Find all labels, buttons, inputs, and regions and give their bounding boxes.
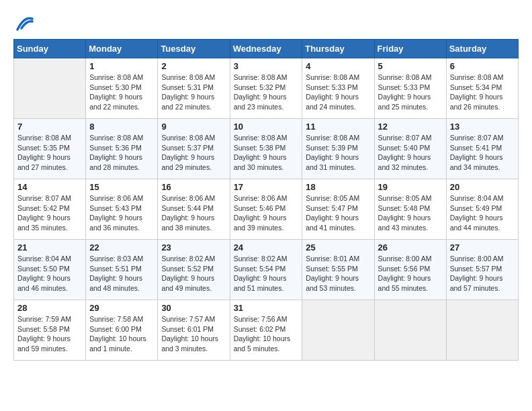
day-number: 31 bbox=[234, 303, 299, 313]
sunrise-label: Sunrise: 8:05 AM bbox=[378, 194, 432, 202]
day-info: Sunrise: 8:06 AM Sunset: 5:44 PM Dayligh… bbox=[161, 193, 226, 233]
sunset-label: Sunset: 5:40 PM bbox=[378, 144, 431, 152]
day-info: Sunrise: 8:00 AM Sunset: 5:56 PM Dayligh… bbox=[378, 254, 443, 293]
column-header-monday: Monday bbox=[86, 40, 158, 58]
daylight-label: Daylight: 9 hours and 23 minutes. bbox=[234, 93, 287, 111]
calendar-cell: 22 Sunrise: 8:03 AM Sunset: 5:51 PM Dayl… bbox=[86, 240, 158, 300]
daylight-label: Daylight: 9 hours and 22 minutes. bbox=[161, 93, 214, 111]
sunset-label: Sunset: 5:58 PM bbox=[17, 325, 70, 333]
sunset-label: Sunset: 5:50 PM bbox=[17, 265, 70, 273]
sunset-label: Sunset: 5:55 PM bbox=[306, 265, 358, 273]
calendar-cell: 5 Sunrise: 8:08 AM Sunset: 5:33 PM Dayli… bbox=[374, 58, 446, 119]
calendar-cell: 2 Sunrise: 8:08 AM Sunset: 5:31 PM Dayli… bbox=[158, 58, 230, 119]
day-number: 19 bbox=[378, 182, 443, 192]
day-info: Sunrise: 8:08 AM Sunset: 5:31 PM Dayligh… bbox=[161, 73, 226, 112]
daylight-label: Daylight: 9 hours and 41 minutes. bbox=[306, 214, 359, 232]
calendar-cell: 15 Sunrise: 8:06 AM Sunset: 5:43 PM Dayl… bbox=[86, 179, 158, 240]
day-number: 28 bbox=[17, 303, 82, 313]
daylight-label: Daylight: 9 hours and 49 minutes. bbox=[161, 274, 214, 292]
day-info: Sunrise: 8:08 AM Sunset: 5:39 PM Dayligh… bbox=[306, 133, 370, 173]
calendar-week-2: 7 Sunrise: 8:08 AM Sunset: 5:35 PM Dayli… bbox=[14, 119, 519, 179]
day-number: 3 bbox=[234, 61, 299, 71]
daylight-label: Daylight: 10 hours and 1 minute. bbox=[89, 334, 146, 353]
sunrise-label: Sunrise: 8:03 AM bbox=[89, 255, 143, 263]
day-info: Sunrise: 7:57 AM Sunset: 6:01 PM Dayligh… bbox=[161, 314, 226, 354]
day-info: Sunrise: 8:08 AM Sunset: 5:34 PM Dayligh… bbox=[450, 73, 515, 112]
daylight-label: Daylight: 9 hours and 22 minutes. bbox=[89, 93, 142, 111]
calendar-cell: 27 Sunrise: 8:00 AM Sunset: 5:57 PM Dayl… bbox=[446, 240, 518, 300]
day-number: 27 bbox=[450, 242, 515, 253]
sunset-label: Sunset: 5:34 PM bbox=[450, 83, 502, 91]
sunset-label: Sunset: 5:37 PM bbox=[161, 144, 214, 152]
day-info: Sunrise: 8:07 AM Sunset: 5:40 PM Dayligh… bbox=[378, 133, 443, 173]
day-info: Sunrise: 8:04 AM Sunset: 5:49 PM Dayligh… bbox=[450, 193, 515, 233]
day-info: Sunrise: 8:08 AM Sunset: 5:35 PM Dayligh… bbox=[17, 133, 82, 173]
day-info: Sunrise: 8:02 AM Sunset: 5:54 PM Dayligh… bbox=[234, 254, 299, 293]
sunset-label: Sunset: 5:43 PM bbox=[89, 204, 142, 212]
day-number: 16 bbox=[161, 182, 226, 192]
calendar-cell: 10 Sunrise: 8:08 AM Sunset: 5:38 PM Dayl… bbox=[230, 119, 302, 179]
daylight-label: Daylight: 9 hours and 53 minutes. bbox=[306, 274, 359, 292]
sunrise-label: Sunrise: 8:04 AM bbox=[450, 194, 504, 202]
calendar-week-3: 14 Sunrise: 8:07 AM Sunset: 5:42 PM Dayl… bbox=[14, 179, 519, 240]
sunset-label: Sunset: 5:46 PM bbox=[234, 204, 286, 212]
calendar-week-1: 1 Sunrise: 8:08 AM Sunset: 5:30 PM Dayli… bbox=[14, 58, 519, 119]
sunset-label: Sunset: 5:35 PM bbox=[17, 144, 70, 152]
daylight-label: Daylight: 9 hours and 43 minutes. bbox=[378, 214, 431, 232]
daylight-label: Daylight: 9 hours and 59 minutes. bbox=[17, 334, 71, 353]
calendar-cell bbox=[14, 58, 86, 119]
calendar-cell: 14 Sunrise: 8:07 AM Sunset: 5:42 PM Dayl… bbox=[14, 179, 86, 240]
sunset-label: Sunset: 5:41 PM bbox=[450, 144, 502, 152]
sunrise-label: Sunrise: 8:04 AM bbox=[17, 255, 71, 263]
day-info: Sunrise: 8:08 AM Sunset: 5:30 PM Dayligh… bbox=[89, 73, 154, 112]
calendar-cell: 28 Sunrise: 7:59 AM Sunset: 5:58 PM Dayl… bbox=[14, 300, 86, 361]
daylight-label: Daylight: 9 hours and 46 minutes. bbox=[17, 274, 71, 292]
logo bbox=[13, 13, 34, 32]
calendar-cell: 13 Sunrise: 8:07 AM Sunset: 5:41 PM Dayl… bbox=[446, 119, 518, 179]
day-number: 4 bbox=[306, 61, 370, 71]
calendar-week-4: 21 Sunrise: 8:04 AM Sunset: 5:50 PM Dayl… bbox=[14, 240, 519, 300]
daylight-label: Daylight: 9 hours and 28 minutes. bbox=[89, 153, 142, 171]
day-info: Sunrise: 8:08 AM Sunset: 5:33 PM Dayligh… bbox=[306, 73, 370, 112]
day-number: 1 bbox=[89, 61, 154, 71]
day-info: Sunrise: 7:59 AM Sunset: 5:58 PM Dayligh… bbox=[17, 314, 82, 354]
sunset-label: Sunset: 6:00 PM bbox=[89, 325, 142, 333]
day-info: Sunrise: 8:07 AM Sunset: 5:41 PM Dayligh… bbox=[450, 133, 515, 173]
sunrise-label: Sunrise: 8:08 AM bbox=[161, 73, 215, 81]
sunrise-label: Sunrise: 8:01 AM bbox=[306, 255, 359, 263]
sunrise-label: Sunrise: 8:00 AM bbox=[450, 255, 504, 263]
sunset-label: Sunset: 5:32 PM bbox=[234, 83, 286, 91]
calendar-cell bbox=[302, 300, 374, 361]
day-number: 30 bbox=[161, 303, 226, 313]
day-number: 11 bbox=[306, 122, 370, 132]
calendar-cell: 6 Sunrise: 8:08 AM Sunset: 5:34 PM Dayli… bbox=[446, 58, 518, 119]
sunrise-label: Sunrise: 8:06 AM bbox=[89, 194, 143, 202]
calendar-cell: 31 Sunrise: 7:56 AM Sunset: 6:02 PM Dayl… bbox=[230, 300, 302, 361]
calendar-cell: 4 Sunrise: 8:08 AM Sunset: 5:33 PM Dayli… bbox=[302, 58, 374, 119]
daylight-label: Daylight: 9 hours and 51 minutes. bbox=[234, 274, 287, 292]
day-number: 23 bbox=[161, 242, 226, 253]
sunset-label: Sunset: 5:33 PM bbox=[378, 83, 431, 91]
day-number: 10 bbox=[234, 122, 299, 132]
calendar-cell: 21 Sunrise: 8:04 AM Sunset: 5:50 PM Dayl… bbox=[14, 240, 86, 300]
calendar-cell: 20 Sunrise: 8:04 AM Sunset: 5:49 PM Dayl… bbox=[446, 179, 518, 240]
calendar-header: SundayMondayTuesdayWednesdayThursdayFrid… bbox=[14, 40, 519, 58]
column-header-sunday: Sunday bbox=[14, 40, 86, 58]
day-info: Sunrise: 8:05 AM Sunset: 5:47 PM Dayligh… bbox=[306, 193, 370, 233]
daylight-label: Daylight: 9 hours and 39 minutes. bbox=[234, 214, 287, 232]
sunrise-label: Sunrise: 8:07 AM bbox=[378, 134, 432, 142]
daylight-label: Daylight: 9 hours and 34 minutes. bbox=[450, 153, 503, 171]
daylight-label: Daylight: 9 hours and 29 minutes. bbox=[161, 153, 214, 171]
sunset-label: Sunset: 5:48 PM bbox=[378, 204, 431, 212]
sunset-label: Sunset: 6:01 PM bbox=[161, 325, 214, 333]
sunset-label: Sunset: 5:31 PM bbox=[161, 83, 214, 91]
day-info: Sunrise: 8:00 AM Sunset: 5:57 PM Dayligh… bbox=[450, 254, 515, 293]
day-number: 17 bbox=[234, 182, 299, 192]
day-info: Sunrise: 8:03 AM Sunset: 5:51 PM Dayligh… bbox=[89, 254, 154, 293]
daylight-label: Daylight: 9 hours and 24 minutes. bbox=[306, 93, 359, 111]
day-info: Sunrise: 8:08 AM Sunset: 5:37 PM Dayligh… bbox=[161, 133, 226, 173]
daylight-label: Daylight: 9 hours and 30 minutes. bbox=[234, 153, 287, 171]
sunrise-label: Sunrise: 8:08 AM bbox=[89, 73, 143, 81]
sunset-label: Sunset: 5:49 PM bbox=[450, 204, 502, 212]
calendar-cell: 9 Sunrise: 8:08 AM Sunset: 5:37 PM Dayli… bbox=[158, 119, 230, 179]
